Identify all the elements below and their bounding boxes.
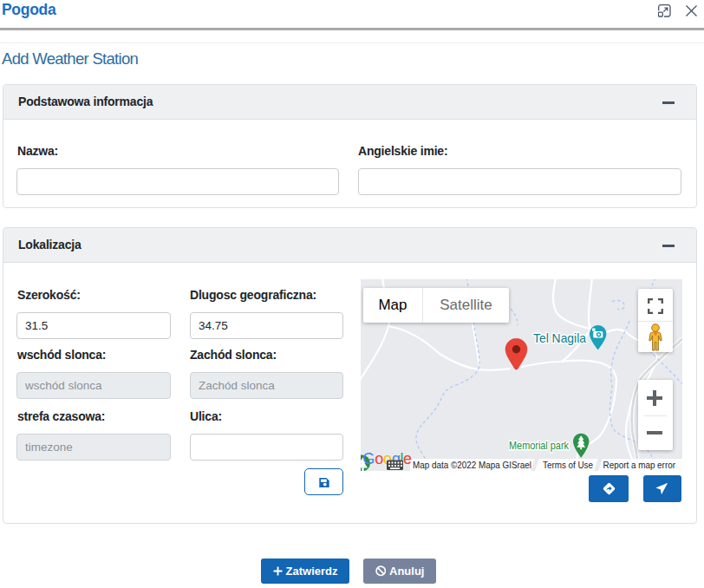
- svg-text:Memorial park: Memorial park: [509, 439, 569, 452]
- svg-text:o: o: [375, 450, 383, 467]
- svg-text:Terms of Use: Terms of Use: [543, 460, 593, 470]
- svg-text:Map data ©2022 Mapa GISrael: Map data ©2022 Mapa GISrael: [413, 460, 531, 470]
- svg-text:G: G: [362, 450, 375, 467]
- svg-text:Tel Nagila: Tel Nagila: [533, 330, 587, 345]
- svg-text:e: e: [403, 450, 412, 467]
- svg-text:Report a map error: Report a map error: [603, 460, 676, 470]
